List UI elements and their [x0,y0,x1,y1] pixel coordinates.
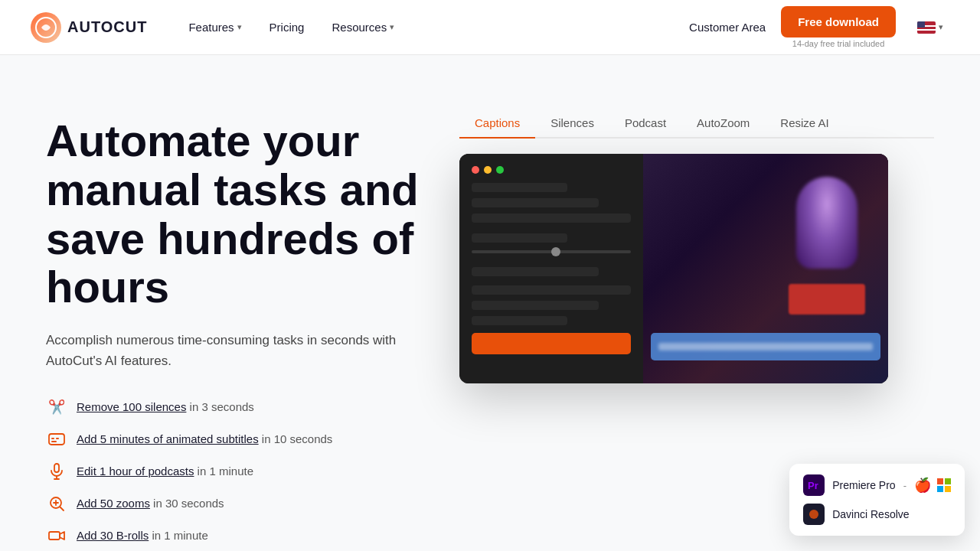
demo-tabs: Captions Silences Podcast AutoZoom Resiz… [459,109,934,139]
lang-chevron-icon: ▾ [939,22,943,32]
main-content: Automate your manual tasks and save hund… [0,55,980,551]
tab-autozoom[interactable]: AutoZoom [681,109,765,139]
hero-subtitle: Accomplish numerous time-consuming tasks… [46,330,398,371]
win-cell-4 [945,486,951,492]
demo-person-visual [796,177,858,269]
hero-left: Automate your manual tasks and save hund… [46,101,429,546]
panel-header [472,166,631,174]
demo-inner [459,154,888,383]
win-cell-2 [945,478,951,484]
feature-time-brolls: in 1 minute [149,529,208,542]
panel-spacer [472,261,631,267]
tab-silences[interactable]: Silences [535,109,609,139]
feature-link-silences[interactable]: Remove 100 silences [77,400,186,413]
features-chevron-icon: ▾ [237,22,242,32]
svg-rect-5 [54,464,59,472]
feature-item-silences: ✂️ Remove 100 silences in 3 seconds [46,396,429,418]
logo[interactable]: AUTOCUT [31,12,147,43]
feature-time-podcasts: in 1 minute [194,465,253,478]
demo-container [459,154,888,383]
panel-row-8 [472,316,567,325]
captions-icon [46,429,67,450]
feature-item-subtitles: Add 5 minutes of animated subtitles in 1… [46,429,429,450]
panel-slider-1 [472,250,631,253]
mic-icon [46,461,67,482]
feature-item-podcasts: Edit 1 hour of podcasts in 1 minute [46,461,429,482]
us-flag-icon [917,21,936,34]
slider-track [472,250,631,253]
app-badges: Pr Premiere Pro - 🍎 [789,464,965,536]
premiere-label: Premiere Pro [832,479,895,491]
svg-point-14 [809,510,818,519]
scissors-icon: ✂️ [46,396,67,418]
demo-caption-text [658,343,873,350]
windows-icon [937,478,951,492]
demo-panel [459,154,643,383]
demo-red-visual [789,284,865,315]
free-download-subtext: 14-day free trial included [792,39,884,48]
panel-row-5 [472,267,599,276]
feature-link-zooms[interactable]: Add 50 zooms [77,497,150,510]
zoom-icon [46,493,67,514]
nav-resources[interactable]: Resources ▾ [321,15,405,40]
resources-chevron-icon: ▾ [390,22,394,32]
feature-link-subtitles[interactable]: Add 5 minutes of animated subtitles [77,432,259,445]
premiere-row: Pr Premiere Pro - 🍎 [803,474,951,496]
hero-right: Captions Silences Podcast AutoZoom Resiz… [459,101,934,383]
platform-icons: 🍎 [914,477,951,494]
feature-item-brolls: Add 30 B-rolls in 1 minute [46,525,429,546]
logo-text: AUTOCUT [67,18,147,36]
win-cell-3 [937,486,943,492]
feature-time-zooms: in 30 seconds [150,497,224,510]
win-cell-1 [937,478,943,484]
tab-podcast[interactable]: Podcast [609,109,681,139]
premiere-icon: Pr [803,474,825,496]
svg-line-9 [60,507,64,510]
demo-video [643,154,888,383]
svg-rect-4 [51,441,57,442]
nav-pricing[interactable]: Pricing [259,15,315,40]
panel-row-4 [472,233,567,243]
feature-link-podcasts[interactable]: Edit 1 hour of podcasts [77,465,194,478]
close-dot [472,166,479,174]
feature-item-zooms: Add 50 zooms in 30 seconds [46,493,429,514]
nav-features[interactable]: Features ▾ [178,15,252,40]
davinci-label: Davinci Resolve [832,508,909,520]
svg-rect-2 [51,438,54,439]
tab-captions[interactable]: Captions [459,109,535,139]
panel-row-2 [472,198,599,207]
customer-area-link[interactable]: Customer Area [689,21,766,34]
demo-preview [643,154,888,383]
apple-icon: 🍎 [914,477,931,494]
free-download-button[interactable]: Free download [781,6,896,37]
navbar: AUTOCUT Features ▾ Pricing Resources ▾ C… [0,0,980,55]
free-download-wrap: Free download 14-day free trial included [781,6,896,48]
svg-rect-12 [49,532,60,540]
separator: - [903,480,906,491]
feature-time-subtitles: in 10 seconds [259,432,333,445]
tab-resize-ai[interactable]: Resize AI [765,109,844,139]
feature-list: ✂️ Remove 100 silences in 3 seconds Add … [46,396,429,546]
panel-action-button[interactable] [472,333,631,354]
feature-time-silences: in 3 seconds [186,400,253,413]
svg-rect-3 [56,438,59,439]
panel-row-3 [472,214,631,223]
davinci-icon [803,504,825,525]
panel-row-6 [472,285,631,295]
slider-thumb [551,247,560,256]
camera-icon [46,525,67,546]
demo-caption-bar [651,333,880,360]
svg-text:Pr: Pr [808,480,818,491]
min-dot [484,166,492,174]
nav-right: Customer Area Free download 14-day free … [689,6,949,48]
davinci-row: Davinci Resolve [803,504,951,525]
nav-links: Features ▾ Pricing Resources ▾ [178,15,689,40]
feature-link-brolls[interactable]: Add 30 B-rolls [77,529,149,542]
hero-title: Automate your manual tasks and save hund… [46,116,429,311]
logo-icon [31,12,61,43]
max-dot [496,166,504,174]
language-selector[interactable]: ▾ [911,18,949,37]
panel-row-1 [472,183,567,192]
panel-row-7 [472,301,599,310]
